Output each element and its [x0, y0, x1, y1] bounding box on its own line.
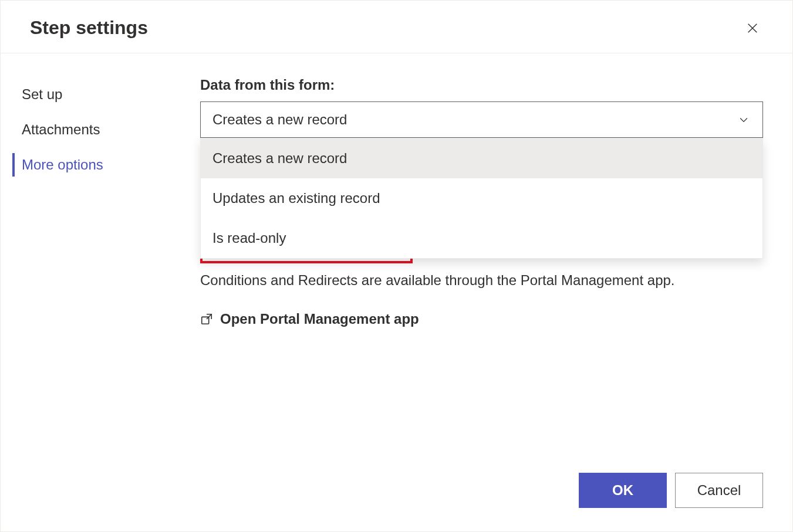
- sidebar-item-more-options[interactable]: More options: [14, 147, 200, 182]
- sidebar: Set up Attachments More options: [1, 77, 200, 473]
- close-icon: [746, 22, 759, 35]
- main-panel: Data from this form: Creates a new recor…: [200, 77, 792, 473]
- cancel-button[interactable]: Cancel: [675, 473, 763, 508]
- sidebar-item-setup[interactable]: Set up: [14, 77, 200, 112]
- select-wrapper: Creates a new record Creates a new recor…: [200, 101, 763, 138]
- sidebar-item-label: More options: [22, 157, 103, 172]
- dialog-content: Set up Attachments More options Data fro…: [1, 53, 792, 473]
- sidebar-item-label: Attachments: [22, 121, 100, 137]
- close-button[interactable]: [742, 18, 763, 39]
- dropdown-option-label: Updates an existing record: [212, 190, 380, 206]
- cancel-button-label: Cancel: [697, 482, 741, 499]
- ok-button-label: OK: [612, 482, 633, 499]
- data-form-select[interactable]: Creates a new record: [200, 101, 763, 138]
- field-label: Data from this form:: [200, 77, 763, 93]
- dropdown-list: Creates a new record Updates an existing…: [200, 138, 763, 259]
- dropdown-option-label: Creates a new record: [212, 150, 347, 166]
- dropdown-option-creates[interactable]: Creates a new record: [201, 138, 762, 178]
- external-link-icon: [200, 313, 213, 326]
- description-text: Conditions and Redirects are available t…: [200, 270, 763, 291]
- ok-button[interactable]: OK: [579, 473, 667, 508]
- dialog-header: Step settings: [1, 1, 792, 53]
- step-settings-dialog: Step settings Set up Attachments More op…: [0, 0, 793, 532]
- open-portal-management-link[interactable]: Open Portal Management app: [200, 311, 763, 327]
- chevron-down-icon: [738, 114, 750, 126]
- sidebar-item-label: Set up: [22, 86, 62, 102]
- dialog-footer: OK Cancel: [1, 473, 792, 531]
- sidebar-item-attachments[interactable]: Attachments: [14, 112, 200, 147]
- dropdown-option-readonly[interactable]: Is read-only: [201, 218, 762, 258]
- open-link-label: Open Portal Management app: [220, 311, 419, 327]
- select-value: Creates a new record: [212, 111, 347, 128]
- dropdown-option-label: Is read-only: [212, 230, 286, 246]
- dialog-title: Step settings: [30, 17, 148, 39]
- dropdown-option-updates[interactable]: Updates an existing record: [201, 178, 762, 218]
